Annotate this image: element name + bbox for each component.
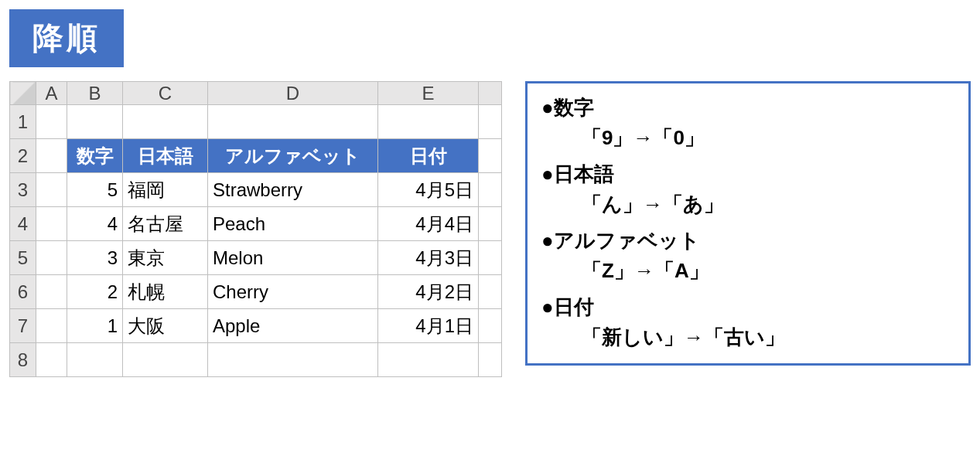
title-banner: 降順 (9, 9, 124, 67)
col-header-a[interactable]: A (36, 82, 67, 105)
cell-d4[interactable]: Peach (208, 207, 378, 241)
cell-c5[interactable]: 東京 (123, 241, 208, 275)
cell-f6[interactable] (479, 275, 502, 309)
cell-f5[interactable] (479, 241, 502, 275)
column-header-row: A B C D E (10, 82, 502, 105)
legend-box: ●数字 「9」→「0」 ●日本語 「ん」→「あ」 ●アルファベット 「Z」→「A… (525, 81, 971, 366)
cell-f3[interactable] (479, 173, 502, 207)
cell-e1[interactable] (378, 105, 479, 139)
cell-f1[interactable] (479, 105, 502, 139)
legend-label: ●アルファベット (541, 226, 954, 256)
cell-e4[interactable]: 4月4日 (378, 207, 479, 241)
legend-item-jp: ●日本語 「ん」→「あ」 (541, 159, 954, 219)
data-header-alpha[interactable]: アルファベット (208, 139, 378, 173)
cell-d7[interactable]: Apple (208, 309, 378, 343)
cell-a8[interactable] (36, 343, 67, 377)
col-header-f[interactable] (479, 82, 502, 105)
cell-e7[interactable]: 4月1日 (378, 309, 479, 343)
legend-item-num: ●数字 「9」→「0」 (541, 93, 954, 153)
legend-rule: 「9」→「0」 (582, 123, 954, 153)
cell-c4[interactable]: 名古屋 (123, 207, 208, 241)
cell-f8[interactable] (479, 343, 502, 377)
cell-e3[interactable]: 4月5日 (378, 173, 479, 207)
cell-a1[interactable] (36, 105, 67, 139)
row-header-6[interactable]: 6 (10, 275, 36, 309)
cell-a2[interactable] (36, 139, 67, 173)
row-6: 6 2 札幌 Cherry 4月2日 (10, 275, 502, 309)
cell-a4[interactable] (36, 207, 67, 241)
row-header-7[interactable]: 7 (10, 309, 36, 343)
row-header-4[interactable]: 4 (10, 207, 36, 241)
row-header-5[interactable]: 5 (10, 241, 36, 275)
cell-a5[interactable] (36, 241, 67, 275)
cell-c6[interactable]: 札幌 (123, 275, 208, 309)
row-1: 1 (10, 105, 502, 139)
legend-label: ●日付 (541, 292, 954, 322)
row-4: 4 4 名古屋 Peach 4月4日 (10, 207, 502, 241)
select-all-corner[interactable] (10, 82, 36, 105)
cell-f2[interactable] (479, 139, 502, 173)
cell-c3[interactable]: 福岡 (123, 173, 208, 207)
cell-a3[interactable] (36, 173, 67, 207)
cell-d1[interactable] (208, 105, 378, 139)
cell-b1[interactable] (67, 105, 123, 139)
cell-b5[interactable]: 3 (67, 241, 123, 275)
legend-label: ●数字 (541, 93, 954, 123)
cell-e6[interactable]: 4月2日 (378, 275, 479, 309)
cell-d6[interactable]: Cherry (208, 275, 378, 309)
row-2: 2 数字 日本語 アルファベット 日付 (10, 139, 502, 173)
legend-label: ●日本語 (541, 159, 954, 189)
data-header-num[interactable]: 数字 (67, 139, 123, 173)
cell-b8[interactable] (67, 343, 123, 377)
cell-e8[interactable] (378, 343, 479, 377)
row-5: 5 3 東京 Melon 4月3日 (10, 241, 502, 275)
col-header-e[interactable]: E (378, 82, 479, 105)
col-header-b[interactable]: B (67, 82, 123, 105)
cell-e5[interactable]: 4月3日 (378, 241, 479, 275)
data-header-jp[interactable]: 日本語 (123, 139, 208, 173)
row-7: 7 1 大阪 Apple 4月1日 (10, 309, 502, 343)
cell-b4[interactable]: 4 (67, 207, 123, 241)
cell-a6[interactable] (36, 275, 67, 309)
legend-item-alpha: ●アルファベット 「Z」→「A」 (541, 226, 954, 286)
row-header-1[interactable]: 1 (10, 105, 36, 139)
col-header-d[interactable]: D (208, 82, 378, 105)
legend-rule: 「Z」→「A」 (582, 256, 954, 286)
row-header-8[interactable]: 8 (10, 343, 36, 377)
spreadsheet: A B C D E 1 2 数字 日本語 アルファベット 日付 3 (9, 81, 502, 377)
cell-b3[interactable]: 5 (67, 173, 123, 207)
cell-f4[interactable] (479, 207, 502, 241)
cell-d3[interactable]: Strawberry (208, 173, 378, 207)
cell-c8[interactable] (123, 343, 208, 377)
content-row: A B C D E 1 2 数字 日本語 アルファベット 日付 3 (9, 81, 971, 377)
legend-rule: 「ん」→「あ」 (582, 189, 954, 219)
legend-rule: 「新しい」→「古い」 (582, 322, 954, 352)
cell-d8[interactable] (208, 343, 378, 377)
row-header-2[interactable]: 2 (10, 139, 36, 173)
row-header-3[interactable]: 3 (10, 173, 36, 207)
cell-f7[interactable] (479, 309, 502, 343)
cell-b7[interactable]: 1 (67, 309, 123, 343)
row-3: 3 5 福岡 Strawberry 4月5日 (10, 173, 502, 207)
cell-c7[interactable]: 大阪 (123, 309, 208, 343)
col-header-c[interactable]: C (123, 82, 208, 105)
legend-item-date: ●日付 「新しい」→「古い」 (541, 292, 954, 352)
cell-b6[interactable]: 2 (67, 275, 123, 309)
cell-c1[interactable] (123, 105, 208, 139)
cell-d5[interactable]: Melon (208, 241, 378, 275)
data-header-date[interactable]: 日付 (378, 139, 479, 173)
cell-a7[interactable] (36, 309, 67, 343)
row-8: 8 (10, 343, 502, 377)
